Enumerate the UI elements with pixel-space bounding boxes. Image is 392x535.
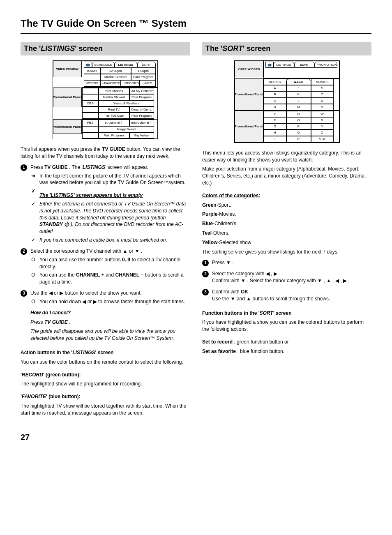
- up-icon: ▲: [326, 278, 331, 284]
- down-icon: ▼: [241, 278, 246, 284]
- left-column: The 'LISTINGS' screen Video Window 📺 SCH…: [21, 42, 190, 419]
- check-icon: ✓: [30, 237, 36, 244]
- step-number-icon: 3: [21, 290, 27, 297]
- cancel-body: The guide will disappear and you will be…: [30, 328, 190, 342]
- sort-intro: This menu lets you access show listings …: [202, 150, 371, 164]
- sort-step-1: 1 Press ▼ .: [202, 259, 371, 266]
- left-icon: ◀: [266, 271, 270, 277]
- record-body: The highlighted show will be programmed …: [21, 380, 190, 387]
- sort-step-3: 3 Confirm with OK . Use the ▼ and ▲ butt…: [202, 288, 371, 302]
- left-icon: ◀: [82, 299, 86, 304]
- x-icon: ✗: [30, 188, 36, 199]
- right-icon: ▶: [60, 290, 63, 296]
- left-icon: ◀: [335, 278, 339, 284]
- down-icon: ▼: [135, 248, 140, 254]
- record-label: 'RECORD' (green button):: [21, 371, 190, 378]
- down-icon: ▼: [226, 260, 231, 265]
- function-buttons-heading: Function buttons in the 'SORT' screen: [202, 310, 371, 317]
- empty-note-2: ✓ If you have connected a cable box, it …: [30, 237, 190, 244]
- circle-icon: O: [30, 272, 36, 286]
- listings-section-header: The 'LISTINGS' screen: [21, 42, 190, 55]
- action-buttons-heading: Action buttons in the 'LISTINGS' screen: [21, 349, 190, 356]
- func-record: Set to record : green function button or: [202, 339, 371, 346]
- up-icon: ▲: [123, 248, 128, 254]
- cancel-press: Press TV GUIDE .: [30, 319, 190, 326]
- page-number: 27: [21, 431, 371, 443]
- step-number-icon: 2: [202, 271, 209, 277]
- left-icon: ◀: [49, 290, 53, 296]
- empty-note-title: The 'LISTINGS' screen appears but is emp…: [39, 192, 190, 199]
- empty-note-1: ✓ Either the antenna is not connected or…: [30, 201, 190, 235]
- cancel-title: How do I cancel?: [30, 309, 190, 316]
- listings-step-2: 2 Select the corresponding TV channel wi…: [21, 248, 190, 255]
- func-favorite: Set as favorite : blue function button.: [202, 348, 371, 355]
- up-icon: ▲: [246, 296, 251, 302]
- circle-icon: O: [30, 256, 36, 270]
- down-icon: ▼: [231, 296, 235, 302]
- step-number-icon: 2: [21, 248, 27, 255]
- action-intro: You can use the color buttons on the rem…: [21, 359, 190, 366]
- step1-sub: ➜ In the top left corner the picture of …: [30, 173, 190, 187]
- colors-post: The sorting service gives you show listi…: [202, 249, 371, 256]
- step2-sub1: O You can also use the number buttons 0.…: [30, 256, 190, 270]
- step2-sub2: O You can use the CHANNEL + and CHANNEL …: [30, 272, 190, 286]
- color-green: Green-Sport,: [202, 202, 371, 209]
- right-column: The 'SORT' screen Video Window 📺 LISTING…: [202, 42, 371, 419]
- sort-figure: Video Window 📺 LISTINGS SORT PROMOTION P…: [202, 60, 371, 143]
- right-icon: ▶: [274, 271, 277, 277]
- step-number-icon: 3: [202, 289, 209, 295]
- step-number-icon: 1: [21, 164, 27, 171]
- page-title: The TV Guide On Screen ™ System: [21, 16, 371, 34]
- sort-intro2: Make your selection from a major categor…: [202, 166, 371, 186]
- color-purple: Purple-Movies,: [202, 211, 371, 218]
- color-yellow: Yellow-Selected show: [202, 239, 371, 246]
- arrow-right-icon: ➜: [30, 173, 36, 187]
- step-number-icon: 1: [202, 260, 209, 266]
- down-icon: ▼: [317, 278, 322, 284]
- step3-sub1: O You can hold down ◀ or ▶ to browse fas…: [30, 298, 190, 305]
- circle-icon: O: [30, 298, 36, 305]
- listings-step-1: 1 Press TV GUIDE . The 'LISTINGS' screen…: [21, 164, 190, 171]
- sort-section-header: The 'SORT' screen: [202, 42, 371, 55]
- sort-step-2: 2 Select the category with ◀ , ▶ . Confi…: [202, 270, 371, 284]
- check-icon: ✓: [30, 201, 36, 235]
- function-intro: If you have highlighted a show you can u…: [202, 319, 371, 333]
- colors-heading: Colors of the categories:: [202, 192, 371, 199]
- favorite-label: 'FAVORITE' (blue button):: [21, 393, 190, 400]
- color-blue: Blue-Children's,: [202, 220, 371, 227]
- favorite-body: The highlighted TV show will be stored t…: [21, 403, 190, 417]
- color-teal: Teal-Others,: [202, 230, 371, 237]
- listings-figure: Video Window 📺 SCHEDULE LISTINGS SORT TO…: [21, 60, 190, 139]
- listings-intro: This list appears when you press the TV …: [21, 146, 190, 160]
- listings-step-3: 3 Use the ◀ or ▶ button to select the sh…: [21, 290, 190, 297]
- right-icon: ▶: [343, 278, 347, 284]
- right-icon: ▶: [93, 299, 97, 304]
